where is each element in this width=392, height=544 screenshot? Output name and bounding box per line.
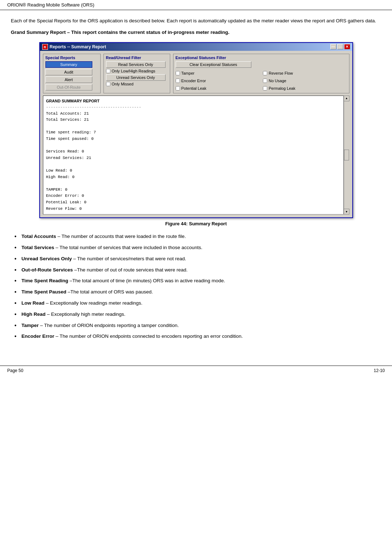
only-low-high-row: Only Low/High Readings [106, 69, 168, 73]
tamper-label: Tamper [181, 71, 195, 75]
permalog-leak-row: Permalog Leak [263, 86, 347, 90]
only-low-high-checkbox[interactable] [106, 69, 110, 73]
encoder-error-label: Encoder Error [181, 79, 206, 83]
desc-time-paused: –The total amount of ORS was paused. [66, 289, 153, 295]
tamper-row: Tamper [176, 71, 260, 75]
term-total-accounts: Total Accounts [22, 234, 56, 239]
bullet-item-low-read: • Low Read – Exceptionally low readings … [11, 300, 381, 307]
maximize-button[interactable]: □ [337, 44, 343, 49]
alert-button[interactable]: Alert [45, 76, 92, 83]
bullet-dot: • [14, 288, 17, 296]
bullet-text-time-paused: Time Spent Paused –The total amount of O… [22, 288, 381, 296]
only-missed-row: Only Missed [106, 82, 168, 86]
bullet-item-out-of-route: • Out-of-Route Services –The number of o… [11, 266, 381, 274]
report-line-blank-2 [46, 142, 340, 149]
term-unread-services: Unread Services Only [22, 256, 72, 261]
unread-services-button[interactable]: Unread Services Only [106, 74, 166, 81]
intro-paragraph: Each of the Special Reports for the ORS … [11, 17, 381, 25]
permalog-leak-checkbox[interactable] [263, 86, 267, 90]
dialog-top-row: Special Reports Summary Audit Alert Out-… [43, 54, 349, 93]
page-header: ORION® Reading Mobile Software (ORS) [0, 0, 392, 10]
term-time-paused: Time Spent Paused [22, 289, 66, 295]
desc-high-read: – Exceptionally high meter readings. [45, 311, 125, 317]
close-button[interactable]: ✕ [344, 44, 350, 49]
scroll-up-arrow[interactable]: ▲ [344, 96, 349, 101]
report-line-blank-3 [46, 161, 340, 168]
header-title: ORION® Reading Mobile Software (ORS) [7, 2, 94, 8]
bullet-dot: • [14, 277, 17, 285]
report-line-2: Total Services: 21 [46, 117, 340, 123]
desc-tamper: – The number of ORION endpoints reportin… [39, 323, 179, 328]
tamper-checkbox[interactable] [176, 71, 180, 75]
out-of-route-button[interactable]: Out-Of-Route [45, 84, 92, 90]
no-usage-label: No Usage [269, 79, 286, 83]
report-line-3: Time spent reading: 7 [46, 129, 340, 136]
term-high-read: High Read [22, 311, 46, 317]
report-line-8: High Read: 0 [46, 174, 340, 181]
bullet-item-total-accounts: • Total Accounts – The number of account… [11, 233, 381, 240]
bullet-text-total-accounts: Total Accounts – The number of accounts … [22, 233, 381, 240]
encoder-error-checkbox[interactable] [176, 79, 180, 83]
clear-exceptional-button[interactable]: Clear Exceptional Statuses [176, 61, 251, 68]
dialog-controls[interactable]: — □ ✕ [330, 44, 350, 49]
special-reports-panel: Special Reports Summary Audit Alert Out-… [43, 54, 101, 93]
term-out-of-route: Out-of-Route Services [22, 267, 73, 273]
bullet-dot: • [14, 300, 17, 307]
dialog-titlebar: R Reports -- Summary Report — □ ✕ [40, 43, 352, 51]
footer-page: Page 50 [7, 368, 23, 373]
no-usage-checkbox[interactable] [263, 79, 267, 83]
report-line-6: Unread Services: 21 [46, 155, 340, 162]
only-missed-checkbox[interactable] [106, 82, 110, 86]
report-area: GRAND SUMMARY REPORT -------------------… [43, 96, 344, 215]
read-unread-label: Read/Unread Filter [106, 56, 168, 60]
bullet-text-high-read: High Read – Exceptionally high meter rea… [22, 311, 381, 318]
permalog-leak-label: Permalog Leak [269, 86, 295, 90]
desc-out-of-route: –The number of out of route services tha… [73, 267, 188, 273]
report-scrollbar[interactable]: ▲ ▼ [344, 96, 349, 215]
report-area-wrapper: GRAND SUMMARY REPORT -------------------… [43, 96, 349, 215]
reverse-flow-row: Reverse Flow [263, 71, 347, 75]
read-unread-panel: Read/Unread Filter Read Services Only On… [103, 54, 170, 93]
reverse-flow-label: Reverse Flow [269, 71, 293, 75]
scroll-thumb[interactable] [344, 150, 349, 160]
report-line-10: Encoder Error: 0 [46, 193, 340, 199]
only-missed-label: Only Missed [112, 82, 134, 86]
bullet-text-low-read: Low Read – Exceptionally low readings me… [22, 300, 381, 307]
desc-unread-services: – The number of services/meters that wer… [72, 256, 186, 261]
bullet-dot: • [14, 244, 17, 252]
report-line-7: Low Read: 0 [46, 168, 340, 174]
no-usage-row: No Usage [263, 79, 347, 83]
bullet-text-tamper: Tamper – The number of ORION endpoints r… [22, 322, 381, 329]
summary-button[interactable]: Summary [45, 61, 92, 68]
report-line-1: Total Accounts: 21 [46, 111, 340, 117]
bullet-item-unread-services: • Unread Services Only – The number of s… [11, 255, 381, 263]
dialog-wrapper: R Reports -- Summary Report — □ ✕ Specia… [39, 42, 353, 218]
desc-time-reading: –The total amount of time (in minutes) O… [68, 278, 225, 283]
figure-caption: Figure 44: Summary Report [11, 221, 381, 226]
grand-summary-desc: – This report contains the current statu… [66, 30, 229, 35]
dialog-title-left: R Reports -- Summary Report [42, 44, 106, 50]
special-reports-label: Special Reports [45, 56, 98, 60]
grand-summary-heading: Grand Summary Report – This report conta… [11, 29, 381, 36]
potential-leak-checkbox[interactable] [176, 86, 180, 90]
read-services-button[interactable]: Read Services Only [106, 61, 166, 68]
audit-button[interactable]: Audit [45, 69, 92, 75]
bullet-dot: • [14, 266, 17, 274]
dialog-title-text: Reports -- Summary Report [50, 44, 106, 49]
bullet-text-total-services: Total Services – The total number of ser… [22, 244, 381, 251]
report-line-5: Services Read: 0 [46, 149, 340, 155]
reverse-flow-checkbox[interactable] [263, 71, 267, 75]
report-title: GRAND SUMMARY REPORT [46, 98, 340, 105]
report-line-9: TAMPER: 0 [46, 187, 340, 193]
report-line-11: Potential Leak: 0 [46, 199, 340, 206]
scroll-down-arrow[interactable]: ▼ [344, 209, 349, 214]
minimize-button[interactable]: — [330, 44, 336, 49]
bullet-list: • Total Accounts – The number of account… [11, 233, 381, 340]
bullet-item-time-reading: • Time Spent Reading –The total amount o… [11, 277, 381, 285]
bullet-dot: • [14, 255, 17, 263]
exceptional-panel: Exceptional Statuses Filter Clear Except… [173, 54, 349, 93]
bullet-text-time-reading: Time Spent Reading –The total amount of … [22, 277, 381, 284]
bullet-item-encoder-error: • Encoder Error – The number of ORION en… [11, 333, 381, 340]
desc-low-read: – Exceptionally low readings meter readi… [44, 300, 142, 306]
only-low-high-label: Only Low/High Readings [112, 69, 155, 73]
